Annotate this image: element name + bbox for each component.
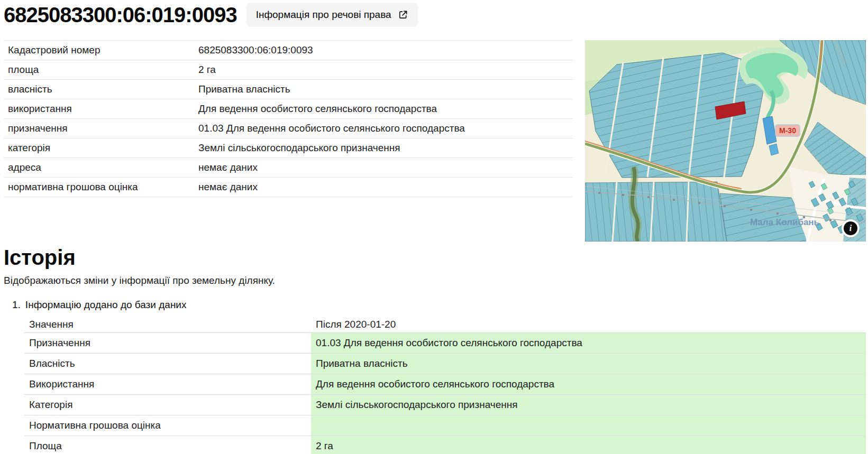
row-label: використання: [4, 103, 198, 115]
table-row: площа 2 га: [4, 60, 573, 80]
row-value: Приватна власність: [311, 354, 866, 374]
main-content: Кадастровий номер 6825083300:06:019:0093…: [0, 40, 868, 242]
row-value: Для ведення особистого селянського госпо…: [198, 103, 573, 115]
row-label: Категорія: [24, 395, 311, 415]
row-value: 6825083300:06:019:0093: [198, 44, 573, 56]
row-value: Землі сільськогосподарського призначення: [198, 142, 573, 154]
row-value: [311, 415, 866, 436]
row-value: немає даних: [198, 181, 573, 193]
entry-title-text: Інформацію додано до бази даних: [25, 299, 187, 311]
table-row: власність Приватна власність: [4, 80, 573, 99]
table-row: нормативна грошова оцінка немає даних: [4, 178, 573, 197]
entry-number: 1.: [12, 299, 21, 311]
row-label: призначення: [4, 123, 198, 134]
row-value: 01.03 Для ведення особистого селянського…: [198, 123, 573, 134]
property-rights-button[interactable]: Інформація про речові права: [246, 3, 418, 27]
external-link-icon: [398, 10, 408, 20]
row-label: Кадастровий номер: [4, 44, 198, 56]
row-label: Власність: [24, 354, 311, 374]
page-title: 6825083300:06:019:0093: [4, 3, 237, 27]
parcel-info-table: Кадастровий номер 6825083300:06:019:0093…: [4, 40, 573, 242]
row-value: Для ведення особистого селянського госпо…: [311, 374, 866, 394]
row-label: Площа: [24, 436, 311, 454]
row-value: Землі сільськогосподарського призначення: [311, 395, 866, 415]
history-header-label: Значення: [24, 316, 311, 332]
history-description: Відображаються зміни у інформації про зе…: [4, 275, 868, 286]
table-row: категорія Землі сільськогосподарського п…: [4, 138, 573, 158]
history-table: Значення Після 2020-01-20 Призначення 01…: [24, 316, 866, 454]
history-header-value: Після 2020-01-20: [311, 316, 866, 332]
place-label: Мала Колибань: [750, 217, 819, 227]
history-entry-title: 1. Інформацію додано до бази даних: [12, 299, 868, 311]
row-label: адреса: [4, 162, 198, 173]
road-badge: М-30: [775, 125, 800, 136]
history-row: Нормативна грошова оцінка: [24, 415, 866, 436]
history-section-title: Історія: [4, 246, 868, 270]
property-rights-button-label: Інформація про речові права: [256, 9, 391, 21]
row-label: Призначення: [24, 333, 311, 353]
row-value: Приватна власність: [198, 84, 573, 95]
info-icon: i: [844, 221, 857, 235]
history-row: Категорія Землі сільськогосподарського п…: [24, 395, 866, 415]
table-row: призначення 01.03 Для ведення особистого…: [4, 119, 573, 138]
row-label: площа: [4, 64, 198, 76]
history-row: Призначення 01.03 Для ведення особистого…: [24, 333, 866, 354]
page-header: 6825083300:06:019:0093 Інформація про ре…: [0, 0, 868, 27]
row-label: категорія: [4, 142, 198, 154]
table-row: Кадастровий номер 6825083300:06:019:0093: [4, 41, 573, 60]
history-row: Площа 2 га: [24, 436, 866, 454]
map-info-button[interactable]: i: [842, 219, 860, 237]
row-label: нормативна грошова оцінка: [4, 181, 198, 193]
table-row: використання Для ведення особистого селя…: [4, 99, 573, 119]
row-value: 2 га: [198, 64, 573, 76]
cadastral-map[interactable]: М-30 Мала Колибань i: [585, 40, 866, 242]
history-row: Використання Для ведення особистого селя…: [24, 374, 866, 395]
row-label: власність: [4, 84, 198, 95]
row-label: Використання: [24, 374, 311, 394]
table-row: адреса немає даних: [4, 158, 573, 178]
history-row: Власність Приватна власність: [24, 354, 866, 374]
history-header-row: Значення Після 2020-01-20: [24, 316, 866, 333]
row-value: 01.03 Для ведення особистого селянського…: [311, 333, 866, 353]
road-badge-label: М-30: [779, 126, 796, 135]
row-value: 2 га: [311, 436, 866, 454]
row-value: немає даних: [198, 162, 573, 173]
row-label: Нормативна грошова оцінка: [24, 415, 311, 436]
